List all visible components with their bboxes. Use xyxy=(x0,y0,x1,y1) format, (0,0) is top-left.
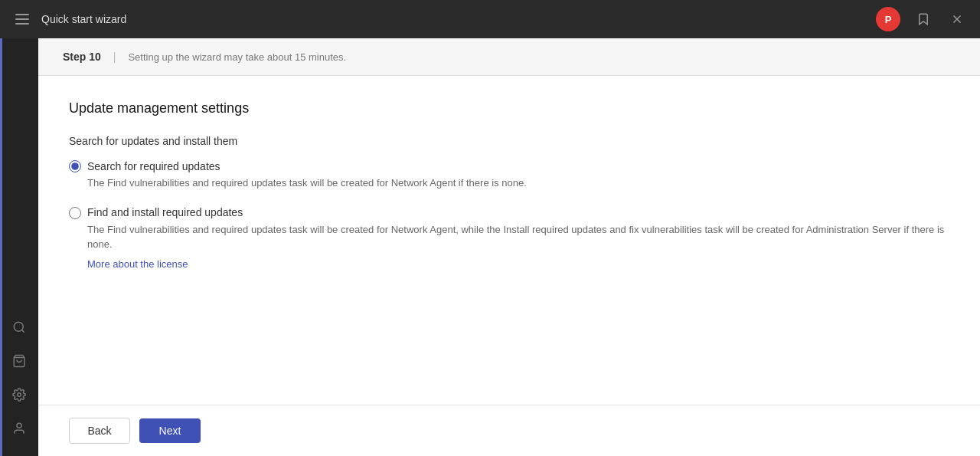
user-avatar[interactable]: P xyxy=(876,7,900,31)
bookmark-icon[interactable] xyxy=(913,8,934,30)
step-header: Step 10 | Setting up the wizard may take… xyxy=(38,38,980,76)
radio-option-find-install: Find and install required updates The Fi… xyxy=(69,206,949,270)
step-separator: | xyxy=(113,51,116,63)
radio-search-label[interactable]: Search for required updates xyxy=(87,160,220,172)
svg-point-6 xyxy=(17,423,21,428)
wizard-footer: Back Next xyxy=(38,405,980,456)
radio-option-search: Search for required updates The Find vul… xyxy=(69,159,949,191)
step-label: Step 10 xyxy=(63,51,101,63)
sidebar-icon-store[interactable] xyxy=(5,347,33,375)
sidebar-accent xyxy=(0,38,2,456)
more-about-license-link[interactable]: More about the license xyxy=(87,258,949,270)
subsection-title: Search for updates and install them xyxy=(69,135,949,147)
app-title: Quick start wizard xyxy=(41,13,126,25)
sidebar-icon-user[interactable] xyxy=(5,415,33,442)
radio-search-desc: The Find vulnerabilities and required up… xyxy=(87,176,949,191)
radio-find-install-desc: The Find vulnerabilities and required up… xyxy=(87,222,949,252)
sidebar-icon-search[interactable] xyxy=(5,313,33,341)
svg-point-5 xyxy=(18,393,21,397)
menu-icon[interactable] xyxy=(12,11,32,28)
radio-label-row-2: Find and install required updates xyxy=(69,206,949,219)
svg-point-2 xyxy=(14,322,23,331)
sidebar-icon-settings[interactable] xyxy=(5,381,33,408)
close-icon[interactable] xyxy=(946,8,968,30)
radio-find-install-input[interactable] xyxy=(69,207,81,219)
radio-find-install-label[interactable]: Find and install required updates xyxy=(87,206,243,218)
section-title: Update management settings xyxy=(69,100,949,116)
radio-group: Search for required updates The Find vul… xyxy=(69,159,949,270)
wizard-content: Update management settings Search for up… xyxy=(38,76,980,405)
sidebar xyxy=(0,38,38,456)
top-bar-right: P xyxy=(876,7,968,31)
top-bar: Quick start wizard P xyxy=(0,0,980,38)
sidebar-bottom xyxy=(5,312,33,450)
top-bar-left: Quick start wizard xyxy=(12,11,126,28)
next-button[interactable]: Next xyxy=(139,418,201,443)
main-layout: Step 10 | Setting up the wizard may take… xyxy=(0,38,980,456)
radio-label-row-1: Search for required updates xyxy=(69,159,949,172)
back-button[interactable]: Back xyxy=(69,418,130,444)
step-description: Setting up the wizard may take about 15 … xyxy=(128,51,346,63)
radio-search-input[interactable] xyxy=(69,160,81,172)
svg-line-3 xyxy=(21,330,24,332)
content-area: Step 10 | Setting up the wizard may take… xyxy=(38,38,980,456)
